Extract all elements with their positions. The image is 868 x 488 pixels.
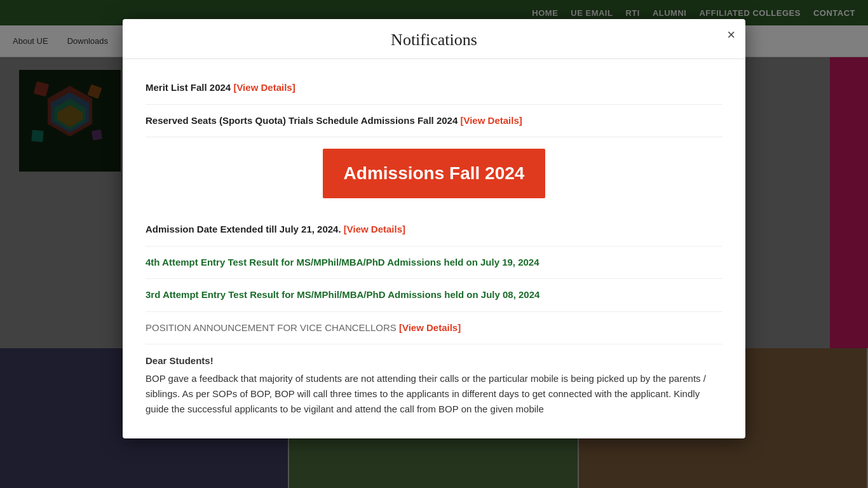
dear-students-body: BOP gave a feedback that majority of stu… xyxy=(146,371,722,417)
notification-dear-students: Dear Students! BOP gave a feedback that … xyxy=(146,344,722,426)
admission-date-text: Admission Date Extended till July 21, 20… xyxy=(146,224,344,234)
modal-title: Notifications xyxy=(148,30,720,50)
admission-date-view-details[interactable]: [View Details] xyxy=(344,224,405,234)
close-button[interactable]: × xyxy=(727,28,735,42)
merit-list-view-details[interactable]: [View Details] xyxy=(233,82,295,93)
notification-position-announcement: POSITION ANNOUNCEMENT FOR VICE CHANCELLO… xyxy=(146,312,722,345)
dear-students-heading: Dear Students! xyxy=(146,353,722,369)
notification-merit-list: Merit List Fall 2024 [View Details] xyxy=(146,72,722,105)
position-announcement-view-details[interactable]: [View Details] xyxy=(399,322,461,333)
admissions-fall-banner[interactable]: Admissions Fall 2024 xyxy=(323,149,545,198)
notification-4th-attempt: 4th Attempt Entry Test Result for MS/MPh… xyxy=(146,247,722,280)
notification-reserved-seats-text: Reserved Seats (Sports Quota) Trials Sch… xyxy=(146,115,460,126)
admissions-banner-text: Admissions Fall 2024 xyxy=(344,163,525,183)
reserved-seats-view-details[interactable]: [View Details] xyxy=(460,115,522,126)
modal-header: Notifications × xyxy=(123,19,745,59)
notification-reserved-seats: Reserved Seats (Sports Quota) Trials Sch… xyxy=(146,105,722,138)
notifications-modal: Notifications × Merit List Fall 2024 [Vi… xyxy=(123,19,745,438)
notification-3rd-attempt: 3rd Attempt Entry Test Result for MS/MPh… xyxy=(146,279,722,312)
modal-content: Merit List Fall 2024 [View Details] Rese… xyxy=(123,59,745,438)
admissions-banner-item: Admissions Fall 2024 xyxy=(146,137,722,214)
notification-admission-date: Admission Date Extended till July 21, 20… xyxy=(146,214,722,247)
modal-body[interactable]: Merit List Fall 2024 [View Details] Rese… xyxy=(123,59,745,438)
4th-attempt-link[interactable]: 4th Attempt Entry Test Result for MS/MPh… xyxy=(146,257,539,268)
modal-overlay: Notifications × Merit List Fall 2024 [Vi… xyxy=(0,0,868,488)
notification-merit-list-text: Merit List Fall 2024 xyxy=(146,82,233,93)
position-announcement-text: POSITION ANNOUNCEMENT FOR VICE CHANCELLO… xyxy=(146,322,399,333)
3rd-attempt-link[interactable]: 3rd Attempt Entry Test Result for MS/MPh… xyxy=(146,289,539,300)
